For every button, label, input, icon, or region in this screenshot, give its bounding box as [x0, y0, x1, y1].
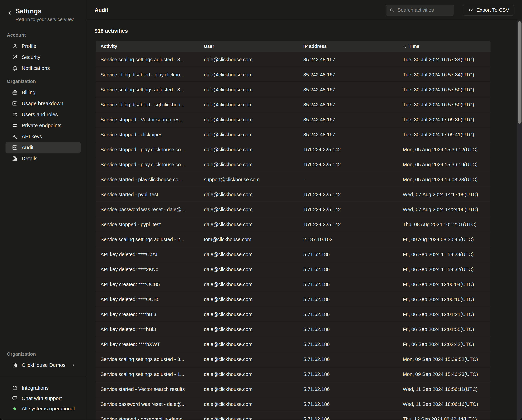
status-dot [12, 405, 18, 412]
cell-ip-address: 5.71.62.186 [299, 412, 398, 420]
sidebar-item-details[interactable]: Details [6, 153, 81, 164]
table-row: Service stopped - clickpipes dale@clickh… [96, 127, 491, 142]
system-status-link[interactable]: All systems operational [6, 404, 81, 414]
cell-activity: Service idling disabled - play.clickho..… [96, 67, 199, 82]
cell-user: dale@clickhouse.com [199, 127, 299, 142]
sidebar-item-label: Details [22, 156, 38, 162]
settings-sidebar: Settings Return to your service view Acc… [0, 0, 86, 420]
column-header-ip-address[interactable]: IP address [299, 41, 398, 52]
sidebar-item-billing[interactable]: Billing [6, 87, 81, 98]
cell-activity: Service scaling settings adjusted - 3... [96, 352, 199, 367]
chat-with-support-link[interactable]: Chat with support [6, 393, 81, 404]
table-row: Service password was reset - dale@... da… [96, 397, 491, 412]
cell-time: Thu, 08 Aug 2024 10:12:01(UTC) [398, 217, 491, 232]
cell-activity: API key created: ****bXWT [96, 337, 199, 352]
settings-title: Settings [15, 8, 74, 15]
table-row: Service scaling settings adjusted - 3...… [96, 82, 491, 97]
export-to-csv-button[interactable]: Export To CSV [463, 5, 514, 16]
cell-time: Fri, 06 Sep 2024 12:02:42(UTC) [398, 337, 491, 352]
sidebar-item-security[interactable]: Security [6, 52, 81, 63]
cell-activity: Service scaling settings adjusted - 2... [96, 232, 199, 247]
cell-ip-address: 85.242.48.167 [299, 82, 398, 97]
section-label-organization: Organization [0, 79, 86, 84]
table-row: Service scaling settings adjusted - 3...… [96, 52, 491, 67]
cell-user: dale@clickhouse.com [199, 217, 299, 232]
cell-activity: API key created: ****OCB5 [96, 277, 199, 292]
table-row: API key created: ****bXWT dale@clickhous… [96, 337, 491, 352]
cell-ip-address: 85.242.48.167 [299, 112, 398, 127]
table-row: Service idling disabled - play.clickho..… [96, 67, 491, 82]
column-header-user[interactable]: User [199, 41, 299, 52]
search-input[interactable] [398, 7, 451, 13]
sidebar-item-usage-breakdown[interactable]: Usage breakdown [6, 98, 81, 109]
cell-user: dale@clickhouse.com [199, 307, 299, 322]
activities-count: 918 activities [95, 28, 522, 34]
sidebar-item-profile[interactable]: Profile [6, 41, 81, 52]
cell-user: dale@clickhouse.com [199, 262, 299, 277]
sidebar-item-users-and-roles[interactable]: Users and roles [6, 109, 81, 120]
cell-time: Wed, 11 Sep 2024 18:06:16(UTC) [398, 397, 491, 412]
table-row: Service scaling settings adjusted - 3...… [96, 352, 491, 367]
table-row: Service stopped - play.clickhouse.co... … [96, 157, 491, 172]
table-header: Activity User IP address Time [96, 41, 491, 52]
sidebar-item-label: Security [22, 54, 40, 60]
scrollbar-thumb[interactable] [518, 21, 522, 124]
cell-ip-address: 5.71.62.186 [299, 262, 398, 277]
settings-subtitle[interactable]: Return to your service view [15, 17, 74, 22]
cell-time: Fri, 06 Sep 2024 11:59:32(UTC) [398, 262, 491, 277]
sidebar-item-notifications[interactable]: Notifications [6, 63, 81, 74]
cell-time: Mon, 09 Sep 2024 15:46:23(UTC) [398, 367, 491, 382]
column-header-activity[interactable]: Activity [96, 41, 199, 52]
cell-time: Tue, 30 Jul 2024 17:09:41(UTC) [398, 127, 491, 142]
cell-activity: Service stopped - clickpipes [96, 127, 199, 142]
bell-icon [12, 65, 18, 71]
sidebar-item-audit[interactable]: Audit [6, 142, 81, 153]
cell-user: dale@clickhouse.com [199, 397, 299, 412]
cell-ip-address: 151.224.225.142 [299, 187, 398, 202]
scrollbar-track[interactable] [517, 21, 522, 420]
chat-bubble-icon [12, 395, 18, 401]
cell-ip-address: 5.71.62.186 [299, 247, 398, 262]
cell-time: Fri, 09 Aug 2024 08:30:45(UTC) [398, 232, 491, 247]
cell-ip-address: 151.224.225.142 [299, 202, 398, 217]
column-header-time[interactable]: Time [398, 41, 491, 52]
sidebar-item-label: Usage breakdown [22, 101, 63, 106]
cell-time: Tue, 30 Jul 2024 16:57:34(UTC) [398, 52, 491, 67]
cell-ip-address: 5.71.62.186 [299, 397, 398, 412]
integrations-link[interactable]: Integrations [6, 383, 81, 393]
chevron-right-icon [71, 362, 76, 368]
table-row: API key deleted: ****OCB5 dale@clickhous… [96, 292, 491, 307]
back-button[interactable] [7, 10, 13, 16]
sidebar-item-api-keys[interactable]: API keys [6, 131, 81, 142]
sidebar-item-label: Users and roles [22, 112, 58, 117]
cell-user: dale@clickhouse.com [199, 367, 299, 382]
cell-ip-address: 5.71.62.186 [299, 337, 398, 352]
chat-with-support-label: Chat with support [22, 395, 62, 401]
cell-ip-address: 85.242.48.167 [299, 127, 398, 142]
shield-check-icon [12, 54, 18, 60]
sidebar-item-label: API keys [22, 133, 42, 140]
table-row: Service stopped - play.clickhouse.co... … [96, 142, 491, 157]
cell-time: Thu, 12 Sep 2024 08:42:44(UTC) [398, 412, 491, 420]
search-box[interactable] [385, 5, 454, 16]
sidebar-item-private-endpoints[interactable]: Private endpoints [6, 120, 81, 131]
puzzle-icon [12, 385, 18, 391]
cell-user: dale@clickhouse.com [199, 322, 299, 337]
cell-time: Fri, 06 Sep 2024 11:59:28(UTC) [398, 247, 491, 262]
cell-activity: Service password was reset - dale@... [96, 397, 199, 412]
organization-switcher[interactable]: ClickHouse Demos [6, 360, 81, 371]
users-icon [12, 111, 18, 117]
cell-activity: Service scaling settings adjusted - 3... [96, 82, 199, 97]
cell-activity: Service started - play.clickhouse.co... [96, 172, 199, 187]
cell-time: Wed, 07 Aug 2024 14:17:09(UTC) [398, 187, 491, 202]
cell-ip-address: 5.71.62.186 [299, 352, 398, 367]
cell-ip-address: 85.242.48.167 [299, 52, 398, 67]
cell-time: Mon, 05 Aug 2024 16:08:23(UTC) [398, 172, 491, 187]
cell-ip-address: 5.71.62.186 [299, 277, 398, 292]
cell-ip-address: 151.224.225.142 [299, 217, 398, 232]
cell-time: Wed, 11 Sep 2024 10:56:11(UTC) [398, 382, 491, 397]
app-window: Settings Return to your service view Acc… [0, 0, 522, 420]
table-row: Service stopped - Vector search res... d… [96, 112, 491, 127]
cell-user: dale@clickhouse.com [199, 157, 299, 172]
table-row: API key created: ****hBl3 dale@clickhous… [96, 307, 491, 322]
